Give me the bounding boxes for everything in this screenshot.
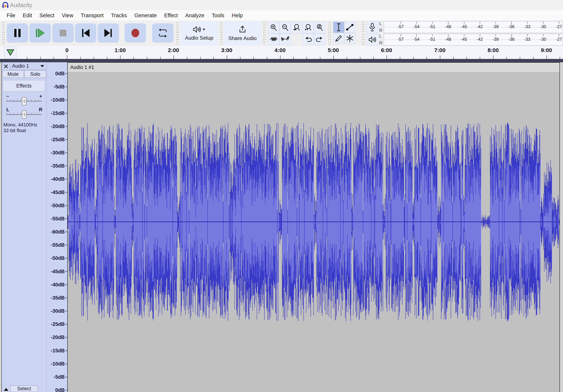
- menu-view[interactable]: View: [58, 13, 77, 19]
- recording-meter[interactable]: -57-54-51-48-45-42-39-36-33-30-27: [384, 21, 563, 33]
- share-audio-grip[interactable]: [220, 22, 222, 44]
- db-scale-tick: [65, 126, 67, 126]
- db-scale-tick: [65, 100, 67, 100]
- ruler-minor-tick: [133, 57, 134, 59]
- zoom-toggle-button[interactable]: [314, 22, 325, 33]
- ruler-minor-tick: [453, 57, 454, 59]
- db-scale-label: -40dB: [51, 176, 65, 182]
- trim-audio-button[interactable]: [268, 33, 279, 45]
- ruler-minor-tick: [413, 57, 414, 59]
- menu-tools[interactable]: Tools: [208, 13, 228, 19]
- share-audio-button[interactable]: Share Audio: [224, 22, 261, 45]
- select-label: Select: [17, 386, 31, 392]
- ruler-minor-tick: [520, 57, 520, 59]
- db-scale-label: -50dB: [51, 255, 65, 261]
- meter-scale-tick: [543, 34, 544, 36]
- playback-meter[interactable]: -57-54-51-48-45-42-39-36-33-30-27: [384, 34, 563, 46]
- ruler-major-tick: [227, 55, 227, 59]
- meter-scale-number: -30: [540, 24, 546, 29]
- ruler-minor-tick: [267, 57, 267, 59]
- meter-scale-tick: [480, 22, 480, 24]
- loop-button[interactable]: [152, 23, 174, 43]
- zoom-selection-icon: [293, 24, 300, 31]
- skip-to-end-button[interactable]: [98, 23, 119, 43]
- envelope-tool-button[interactable]: [345, 22, 355, 33]
- db-scale-label: -25dB: [51, 321, 65, 327]
- transport-toolbar-grip[interactable]: [2, 22, 4, 44]
- menu-edit[interactable]: Edit: [19, 13, 36, 19]
- zoom-toggle-icon: [316, 24, 323, 31]
- pan-slider-thumb[interactable]: [22, 111, 26, 119]
- draw-tool-button[interactable]: [333, 33, 344, 44]
- mute-button[interactable]: Mute: [2, 70, 24, 78]
- db-scale-tick: [65, 179, 67, 179]
- meter-scale-tick: [464, 34, 464, 36]
- record-button[interactable]: [125, 23, 146, 43]
- track-format-info: Mono, 44100Hz 32-bit float: [3, 122, 38, 133]
- db-scale-tick: [65, 245, 67, 245]
- effects-button[interactable]: Effects: [3, 80, 45, 91]
- ruler-minor-tick: [400, 57, 400, 59]
- collapse-track-button[interactable]: [3, 387, 10, 392]
- zoom-out-button[interactable]: [279, 22, 291, 33]
- ruler-minor-tick: [506, 57, 507, 59]
- close-track-button[interactable]: [3, 63, 9, 69]
- skip-start-icon: [81, 28, 90, 38]
- solo-button[interactable]: Solo: [24, 70, 46, 78]
- gain-minus-label: −: [6, 93, 9, 99]
- audio-setup-button[interactable]: Audio Setup: [180, 22, 218, 45]
- track-name-dropdown[interactable]: Audio 1: [10, 63, 46, 70]
- multi-tool-button[interactable]: [345, 33, 355, 44]
- ruler-label: 1:00: [115, 47, 126, 53]
- play-button[interactable]: [29, 23, 51, 43]
- db-scale-label: -20dB: [51, 335, 65, 340]
- ruler-minor-tick: [147, 57, 147, 59]
- audio-setup-grip[interactable]: [177, 22, 179, 44]
- edit-toolbar-grip[interactable]: [263, 22, 266, 44]
- stop-button[interactable]: [52, 23, 74, 43]
- tools-toolbar-grip[interactable]: [329, 22, 331, 44]
- gain-slider-thumb[interactable]: [22, 97, 26, 105]
- ruler-major-tick: [493, 55, 493, 59]
- audio-clip[interactable]: Audio 1 #1: [67, 62, 560, 392]
- meter-channel-divider: [384, 27, 563, 27]
- menu-generate[interactable]: Generate: [131, 13, 161, 19]
- ruler-track-divider: [0, 59, 563, 62]
- skip-to-start-button[interactable]: [75, 23, 96, 43]
- redo-button[interactable]: [314, 33, 325, 45]
- silence-audio-button[interactable]: [279, 33, 291, 45]
- menu-tracks[interactable]: Tracks: [107, 13, 131, 19]
- timeline-ruler[interactable]: 01:002:003:004:005:006:007:008:009:00: [0, 46, 563, 59]
- track-select-button[interactable]: Select: [10, 386, 38, 392]
- menu-help[interactable]: Help: [228, 13, 246, 19]
- record-meter-button[interactable]: [366, 21, 378, 33]
- ruler-minor-tick: [467, 57, 467, 59]
- record-meter-grip[interactable]: [362, 22, 364, 33]
- menu-transport[interactable]: Transport: [77, 13, 107, 19]
- menu-file[interactable]: File: [3, 13, 19, 19]
- zoom-in-icon: [270, 24, 277, 31]
- db-scale-label: -10dB: [51, 97, 65, 103]
- zoom-selection-button[interactable]: [291, 22, 302, 33]
- db-scale-label: -50dB: [51, 202, 65, 208]
- ruler-label: 9:00: [541, 47, 552, 53]
- zoom-in-button[interactable]: [268, 22, 279, 33]
- meter-scale-number: -54: [413, 24, 420, 29]
- menu-effect[interactable]: Effect: [161, 13, 182, 19]
- selection-tool-button[interactable]: [333, 22, 344, 33]
- clip-header[interactable]: Audio 1 #1: [68, 63, 560, 72]
- vertical-db-ruler[interactable]: 0dB-5dB-10dB-15dB-20dB-25dB-30dB-35dB-40…: [46, 62, 67, 392]
- track-rate-text: Mono, 44100Hz: [3, 122, 38, 128]
- pause-button[interactable]: [7, 23, 28, 43]
- menu-analyze[interactable]: Analyze: [181, 13, 208, 19]
- undo-button[interactable]: [302, 33, 314, 45]
- audacity-window: Audacity FileEditSelectViewTransportTrac…: [0, 0, 563, 392]
- zoom-fit-button[interactable]: [302, 22, 314, 33]
- db-scale-tick: [65, 364, 67, 364]
- meter-scale-tick: [512, 34, 512, 37]
- play-meter-button[interactable]: [366, 34, 378, 46]
- play-meter-grip[interactable]: [362, 34, 364, 46]
- menu-select[interactable]: Select: [36, 13, 58, 19]
- db-scale-tick: [65, 166, 67, 166]
- waveform-canvas[interactable]: [68, 72, 560, 392]
